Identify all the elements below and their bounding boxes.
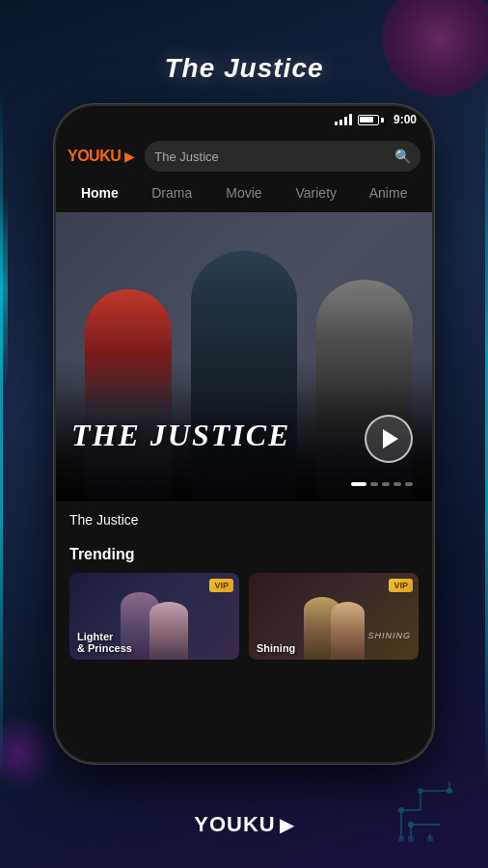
trending-card-2[interactable]: VIP SHINING Shining bbox=[249, 573, 419, 660]
nav-tab-drama[interactable]: Drama bbox=[136, 181, 208, 204]
card-title-2: Shining bbox=[257, 642, 295, 654]
side-glow-left bbox=[0, 0, 3, 868]
below-hero-section: The Justice bbox=[56, 502, 432, 538]
search-placeholder-text: The Justice bbox=[154, 149, 218, 164]
play-button[interactable] bbox=[365, 415, 413, 463]
nav-tab-variety[interactable]: Variety bbox=[280, 181, 352, 204]
show-label: The Justice bbox=[69, 512, 139, 528]
indicator-dots bbox=[351, 482, 413, 486]
person-sil-2 bbox=[149, 602, 188, 660]
bottom-logo-section: YOUKU ▶ bbox=[0, 812, 488, 837]
hero-banner: THE JUSTICE bbox=[56, 212, 432, 502]
battery-icon bbox=[358, 115, 384, 125]
nav-tab-anime[interactable]: Anime bbox=[352, 181, 424, 204]
signal-bars-icon bbox=[335, 114, 352, 125]
bg-circuit-decoration bbox=[392, 772, 469, 849]
bottom-youku-arrow: ▶ bbox=[280, 813, 294, 836]
status-bar-time: 9:00 bbox=[393, 113, 417, 126]
vip-badge-1: VIP bbox=[209, 579, 233, 592]
search-icon[interactable]: 🔍 bbox=[394, 149, 411, 164]
bg-decoration-bottom-left bbox=[0, 714, 58, 791]
dot-5 bbox=[405, 482, 413, 486]
bg-left-accent bbox=[0, 193, 8, 386]
card-title-1: Lighter& Princess bbox=[77, 631, 132, 654]
person-sil-2b bbox=[331, 602, 365, 660]
vip-badge-2: VIP bbox=[389, 579, 413, 592]
trending-section: Trending VIP Lighter& Princess bbox=[56, 538, 432, 671]
trending-row: VIP Lighter& Princess VIP SHINING Shinin… bbox=[69, 573, 419, 660]
phone-container: 9:00 YOUKU ▶ The Justice 🔍 Home Drama Mo… bbox=[56, 106, 432, 762]
shining-label: SHINING bbox=[367, 631, 411, 640]
dot-3 bbox=[382, 482, 390, 486]
hero-title-overlay: THE JUSTICE bbox=[71, 418, 290, 453]
youku-logo-arrow: ▶ bbox=[124, 149, 135, 164]
nav-tab-home[interactable]: Home bbox=[64, 181, 136, 204]
youku-logo-text: YOUKU bbox=[68, 148, 121, 165]
nav-tab-movie[interactable]: Movie bbox=[208, 181, 281, 204]
bottom-youku-logo: YOUKU ▶ bbox=[194, 812, 293, 837]
nav-tabs: Home Drama Movie Variety Anime bbox=[56, 181, 432, 212]
trending-title: Trending bbox=[69, 546, 419, 563]
trending-card-1[interactable]: VIP Lighter& Princess bbox=[69, 573, 239, 660]
svg-point-7 bbox=[447, 788, 452, 794]
bottom-youku-text: YOUKU bbox=[194, 812, 275, 837]
dot-active bbox=[351, 482, 366, 486]
youku-logo[interactable]: YOUKU ▶ bbox=[68, 148, 135, 165]
status-bar: 9:00 bbox=[56, 106, 432, 133]
search-bar[interactable]: The Justice 🔍 bbox=[145, 141, 420, 172]
app-header: YOUKU ▶ The Justice 🔍 bbox=[56, 133, 432, 181]
dot-2 bbox=[370, 482, 378, 486]
svg-point-6 bbox=[418, 788, 423, 794]
page-title: The Justice bbox=[0, 53, 488, 84]
dot-4 bbox=[393, 482, 401, 486]
play-icon bbox=[383, 429, 398, 448]
